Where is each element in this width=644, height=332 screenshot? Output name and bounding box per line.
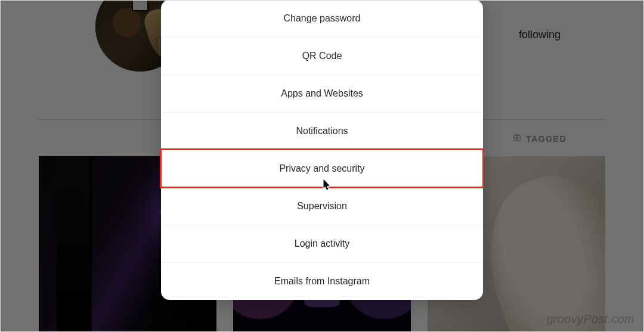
settings-item-notifications[interactable]: Notifications (161, 112, 483, 150)
settings-item-label: Login activity (295, 238, 350, 249)
settings-item-label: Notifications (296, 126, 348, 136)
settings-item-label: Apps and Websites (281, 88, 363, 99)
settings-item-label: Emails from Instagram (274, 276, 370, 287)
settings-modal: Change passwordQR CodeApps and WebsitesN… (161, 0, 483, 300)
settings-item-login-activity[interactable]: Login activity (161, 225, 483, 262)
settings-item-label: QR Code (302, 51, 342, 61)
settings-item-emails-instagram[interactable]: Emails from Instagram (161, 262, 483, 300)
settings-item-label: Supervision (297, 201, 347, 212)
settings-item-privacy-security[interactable]: Privacy and security (161, 150, 483, 187)
settings-item-qr-code[interactable]: QR Code (161, 37, 483, 75)
screenshot-stage: following TAGGED Change password (0, 0, 644, 332)
settings-item-label: Change password (284, 13, 361, 24)
settings-item-apps-websites[interactable]: Apps and Websites (161, 75, 483, 112)
settings-item-label: Privacy and security (279, 163, 364, 174)
settings-item-supervision[interactable]: Supervision (161, 187, 483, 225)
watermark: groovyPost.com (546, 312, 634, 326)
settings-item-change-password[interactable]: Change password (161, 0, 483, 37)
